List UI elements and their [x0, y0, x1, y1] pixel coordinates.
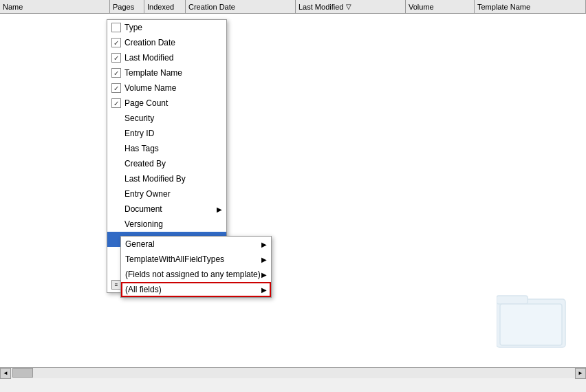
col-header-name[interactable]: Name	[0, 0, 110, 13]
submenu-item-general[interactable]: General ▶	[121, 237, 271, 252]
submenu-label-template-with-all: TemplateWithAllFieldTypes	[125, 254, 261, 264]
checkbox-creation-date	[111, 38, 121, 47]
menu-label-versioning: Versioning	[124, 219, 222, 229]
submenu-arrow-icon-template-with-all: ▶	[261, 256, 267, 263]
col-name-label: Name	[3, 3, 23, 11]
arrow-icon-document: ▶	[217, 206, 222, 213]
submenu-arrow-icon-general: ▶	[261, 241, 267, 248]
menu-label-volume-name: Volume Name	[124, 83, 222, 93]
submenu-arrow-icon-fields-not-assigned: ▶	[261, 271, 267, 279]
submenu-label-all-fields: (All fields)	[125, 285, 261, 294]
col-template-name-label: Template Name	[477, 3, 530, 11]
submenu-arrow-icon-all-fields: ▶	[261, 286, 267, 294]
menu-item-entry-id[interactable]: Entry ID	[107, 126, 226, 141]
col-header-creation-date[interactable]: Creation Date	[186, 0, 296, 13]
col-header-template-name[interactable]: Template Name	[475, 0, 586, 13]
menu-label-page-count: Page Count	[124, 98, 222, 108]
menu-label-has-tags: Has Tags	[124, 144, 222, 153]
menu-item-entry-owner[interactable]: Entry Owner	[107, 186, 226, 202]
submenu-label-general: General	[125, 239, 261, 249]
menu-item-document[interactable]: Document ▶	[107, 202, 226, 217]
col-header-volume[interactable]: Volume	[406, 0, 475, 13]
menu-item-template-name[interactable]: Template Name	[107, 65, 226, 80]
menu-item-security[interactable]: Security	[107, 111, 226, 126]
template-fields-submenu: General ▶ TemplateWithAllFieldTypes ▶ (F…	[120, 236, 272, 298]
scroll-left-arrow[interactable]: ◄	[0, 368, 11, 379]
scroll-right-arrow[interactable]: ►	[575, 368, 586, 379]
menu-label-type: Type	[124, 23, 222, 32]
scroll-thumb[interactable]	[12, 368, 33, 378]
sort-arrow-icon: ▽	[346, 3, 351, 10]
col-volume-label: Volume	[409, 3, 434, 11]
menu-item-type[interactable]: Type	[107, 20, 226, 35]
col-indexed-label: Indexed	[147, 3, 174, 11]
col-header-last-modified[interactable]: Last Modified ▽	[296, 0, 406, 13]
menu-item-last-modified-by[interactable]: Last Modified By	[107, 171, 226, 186]
col-header-pages[interactable]: Pages	[110, 0, 144, 13]
menu-label-last-modified: Last Modified	[124, 53, 222, 63]
menu-label-security: Security	[124, 113, 222, 123]
menu-item-volume-name[interactable]: Volume Name	[107, 80, 226, 96]
checkbox-volume-name	[111, 83, 121, 93]
menu-label-document: Document	[124, 204, 217, 214]
checkbox-last-modified	[111, 53, 121, 63]
menu-item-page-count[interactable]: Page Count	[107, 96, 226, 111]
checkbox-type	[111, 23, 121, 32]
checkbox-page-count	[111, 98, 121, 108]
menu-label-created-by: Created By	[124, 159, 222, 168]
menu-label-entry-id: Entry ID	[124, 129, 222, 138]
checkbox-template-name	[111, 68, 121, 78]
table-header: Name Pages Indexed Creation Date Last Mo…	[0, 0, 586, 14]
menu-item-creation-date[interactable]: Creation Date	[107, 35, 226, 50]
main-content: Type Creation Date Last Modified Templat…	[0, 14, 586, 378]
col-header-indexed[interactable]: Indexed	[144, 0, 186, 13]
submenu-item-template-with-all[interactable]: TemplateWithAllFieldTypes ▶	[121, 252, 271, 267]
svg-rect-2	[500, 304, 562, 345]
more-icon: ≡	[111, 280, 121, 290]
scroll-track[interactable]	[11, 368, 575, 378]
menu-label-creation-date: Creation Date	[124, 38, 222, 47]
menu-item-created-by[interactable]: Created By	[107, 156, 226, 171]
menu-item-has-tags[interactable]: Has Tags	[107, 141, 226, 156]
col-pages-label: Pages	[113, 3, 134, 11]
menu-item-last-modified[interactable]: Last Modified	[107, 50, 226, 65]
horizontal-scrollbar[interactable]: ◄ ►	[0, 367, 586, 378]
folder-illustration	[497, 289, 572, 351]
col-creation-date-label: Creation Date	[188, 3, 235, 11]
submenu-item-all-fields[interactable]: (All fields) ▶	[121, 282, 271, 297]
menu-label-entry-owner: Entry Owner	[124, 189, 222, 199]
menu-label-template-name: Template Name	[124, 68, 222, 78]
col-last-modified-label: Last Modified	[299, 3, 343, 11]
svg-rect-1	[497, 296, 528, 304]
submenu-label-fields-not-assigned: (Fields not assigned to any template)	[125, 270, 261, 279]
menu-label-last-modified-by: Last Modified By	[124, 174, 222, 184]
menu-item-versioning[interactable]: Versioning	[107, 217, 226, 232]
submenu-item-fields-not-assigned[interactable]: (Fields not assigned to any template) ▶	[121, 267, 271, 282]
